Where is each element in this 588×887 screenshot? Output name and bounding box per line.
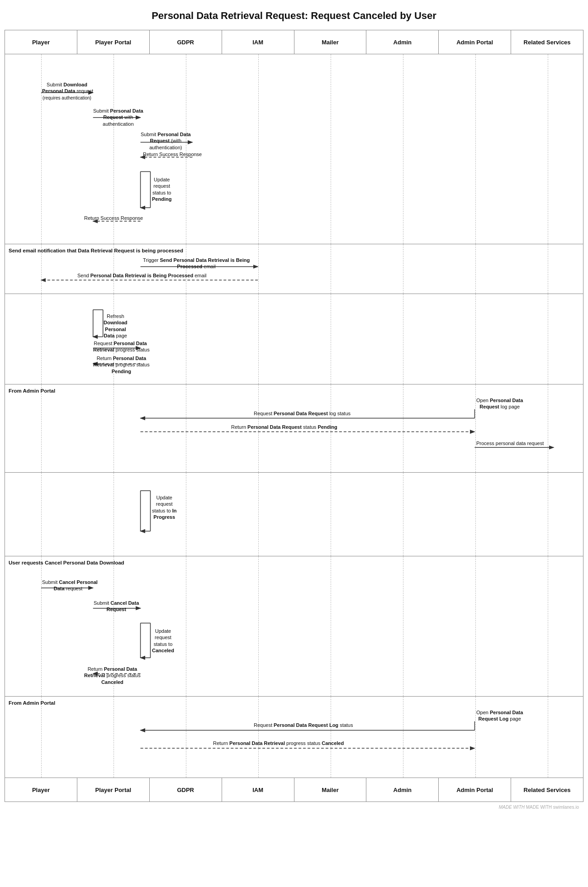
lifeline-player (41, 697, 42, 778)
swimlane-1: Submit DownloadPersonal Data request(req… (5, 54, 583, 244)
msg7: Trigger Send Personal Data Retrieval is … (143, 257, 250, 270)
swimlane-5: Updaterequeststatus to InProgress (5, 473, 583, 556)
footer-watermark: MADE WITH MADE WITH swimlanes.io (5, 802, 583, 811)
actor-player-portal: Player Portal (77, 30, 150, 54)
lifeline-iam (258, 294, 259, 384)
msg16: Updaterequeststatus to InProgress (152, 494, 176, 520)
actor-mailer: Mailer (294, 30, 367, 54)
swimlane-label-7: From Admin Portal (9, 700, 55, 706)
lifelines-5 (5, 473, 583, 556)
actor-gdpr: GDPR (150, 778, 222, 802)
msg5: Updaterequeststatus toPending (152, 176, 171, 202)
swimlane-label-6: User requests Cancel Personal Data Downl… (9, 560, 124, 565)
lifeline-iam (258, 244, 259, 294)
msg4: Return Success Response (143, 151, 202, 157)
lifeline-iam (258, 556, 259, 696)
lifeline-adminportal (475, 556, 476, 696)
msg12: Open Personal DataRequest log page (476, 397, 523, 410)
lifeline-admin (403, 384, 403, 472)
watermark-brand: MADE WITH swimlanes.io (526, 805, 579, 810)
lifelines-6 (5, 556, 583, 696)
lifeline-iam (258, 384, 259, 472)
actors-row-top: PlayerPlayer PortalGDPRIAMMailerAdminAdm… (5, 30, 583, 54)
msg17: Submit Cancel PersonalData request (42, 579, 94, 592)
diagram-body: Submit DownloadPersonal Data request(req… (5, 54, 583, 778)
lifeline-adminportal (475, 244, 476, 294)
lifeline-gdpr (186, 556, 186, 696)
lifeline-player (41, 294, 42, 384)
actor-related-services: Related Services (511, 30, 583, 54)
actor-player: Player (5, 778, 77, 802)
lifeline-playerportal (114, 556, 114, 696)
lifeline-player (41, 473, 42, 556)
diagram-container: PlayerPlayer PortalGDPRIAMMailerAdminAdm… (5, 30, 583, 811)
swimlane-label-2: Send email notification that Data Retrie… (9, 248, 183, 253)
actor-player: Player (5, 30, 77, 54)
lifeline-relatedservices (548, 697, 548, 778)
msg9: RefreshDownloadPersonalData page (104, 313, 128, 339)
lifeline-gdpr (186, 384, 186, 472)
msg18: Submit Cancel DataRequest (94, 600, 139, 613)
seq-svg-5 (5, 473, 583, 556)
lifeline-admin (403, 473, 403, 556)
msg13: Request Personal Data Request log status (254, 410, 351, 417)
lifeline-admin (403, 294, 403, 384)
lifeline-gdpr (186, 244, 186, 294)
swimlane-6: User requests Cancel Personal Data Downl… (5, 556, 583, 697)
msg23: Return Personal Data Retrieval progress … (213, 740, 344, 746)
lifeline-mailer (331, 294, 331, 384)
lifeline-adminportal (475, 384, 476, 472)
lifeline-iam (258, 54, 259, 244)
actor-mailer: Mailer (294, 778, 367, 802)
lifeline-playerportal (114, 54, 114, 244)
lifeline-mailer (331, 473, 331, 556)
msg3: Submit Personal DataRequest (withauthent… (141, 131, 191, 151)
lifeline-relatedservices (548, 54, 548, 244)
actor-admin: Admin (366, 778, 439, 802)
lifeline-mailer (331, 384, 331, 472)
actor-admin: Admin (366, 30, 439, 54)
actor-admin-portal: Admin Portal (439, 30, 511, 54)
lifeline-mailer (331, 697, 331, 778)
seq-svg-1 (5, 54, 583, 244)
actor-admin-portal: Admin Portal (439, 778, 511, 802)
lifeline-mailer (331, 244, 331, 294)
actor-gdpr: GDPR (150, 30, 222, 54)
msg21: Open Personal DataRequest Log page (476, 709, 523, 722)
lifeline-admin (403, 556, 403, 696)
lifeline-adminportal (475, 697, 476, 778)
seq-svg-3 (5, 294, 583, 384)
lifeline-playerportal (114, 294, 114, 384)
lifeline-playerportal (114, 473, 114, 556)
actor-iam: IAM (222, 30, 294, 54)
lifeline-admin (403, 54, 403, 244)
swimlane-4: From Admin Portal Open Personal DataRequ… (5, 384, 583, 473)
lifeline-playerportal (114, 384, 114, 472)
lifeline-gdpr (186, 697, 186, 778)
lifelines-3 (5, 294, 583, 384)
lifeline-iam (258, 697, 259, 778)
lifeline-relatedservices (548, 244, 548, 294)
lifeline-iam (258, 473, 259, 556)
actors-row-bottom: PlayerPlayer PortalGDPRIAMMailerAdminAdm… (5, 778, 583, 802)
page-title: Personal Data Retrieval Request: Request… (0, 0, 588, 30)
swimlane-2: Send email notification that Data Retrie… (5, 244, 583, 294)
msg19: Updaterequeststatus toCanceled (152, 628, 174, 654)
msg10: Request Personal DataRetrieval progress … (93, 340, 147, 353)
lifeline-adminportal (475, 473, 476, 556)
lifeline-gdpr (186, 54, 186, 244)
lifeline-player (41, 384, 42, 472)
actor-related-services: Related Services (511, 778, 583, 802)
seq-svg-6 (5, 556, 583, 696)
lifeline-admin (403, 697, 403, 778)
seq-svg-7 (5, 697, 583, 778)
lifeline-player (41, 556, 42, 696)
swimlane-label-4: From Admin Portal (9, 388, 55, 394)
lifeline-playerportal (114, 697, 114, 778)
lifeline-player (41, 54, 42, 244)
lifelines-7 (5, 697, 583, 778)
msg22: Request Personal Data Request Log status (254, 722, 353, 728)
lifeline-relatedservices (548, 556, 548, 696)
lifeline-mailer (331, 556, 331, 696)
lifeline-adminportal (475, 54, 476, 244)
